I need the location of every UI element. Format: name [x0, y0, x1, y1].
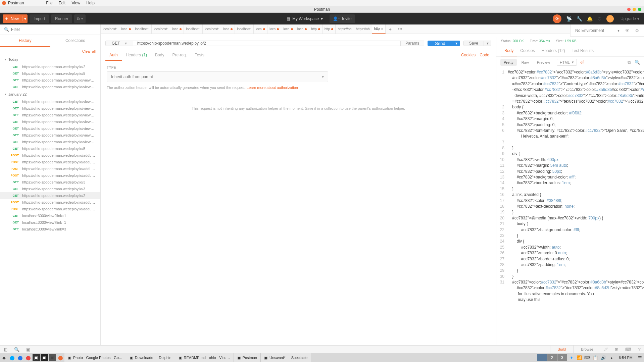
history-item[interactable]: POSThttps://ohio-spooderman.wedeploy.io/…	[0, 199, 100, 206]
help-icon[interactable]: ?	[635, 347, 644, 352]
window-button[interactable]: ⧉ ▾	[74, 14, 85, 23]
request-tab[interactable]: http	[309, 24, 323, 34]
taskbar-window[interactable]: ▣Unsaved* — Spectacle	[261, 353, 311, 362]
chevron-down-icon[interactable]: ▾	[22, 16, 28, 21]
history-item[interactable]: POSThttps://ohio-spooderman.wedeploy.io/…	[0, 159, 100, 165]
tab-collections[interactable]: Collections	[50, 35, 101, 47]
taskbar-app-icon[interactable]: ▣	[41, 354, 48, 361]
telegram-icon[interactable]: ✈	[567, 354, 575, 361]
tab-auth[interactable]: Auth	[105, 50, 122, 61]
request-tab[interactable]: loca	[281, 24, 295, 34]
request-tab[interactable]: localhost:	[101, 24, 119, 34]
taskbar-app-icon[interactable]: ▣	[33, 354, 40, 361]
import-button[interactable]: Import	[30, 14, 49, 23]
runner-button[interactable]: Runner	[51, 14, 72, 23]
taskbar-app-icon[interactable]: ⬤	[8, 354, 16, 361]
history-item[interactable]: POSThttps://ohio-spooderman.wedeploy.io/…	[0, 172, 100, 179]
bell-icon[interactable]: 🔔	[587, 16, 593, 21]
history-item[interactable]: GEThttps://ohio-spooderman.wedeploy.io/5	[0, 70, 100, 77]
menu-edit[interactable]: Edit	[59, 1, 66, 5]
clear-all-link[interactable]: Clear all	[0, 47, 100, 55]
history-item[interactable]: GEThttps://ohio-spooderman.wedeploy.io/2	[0, 192, 100, 199]
resp-tab-body[interactable]: Body	[501, 46, 517, 56]
history-item[interactable]: GEThttps://ohio-spooderman.wedeploy.io/v…	[0, 132, 100, 139]
taskbar-window[interactable]: ▣README.md - ohio - Visu…	[175, 353, 234, 362]
format-selector[interactable]: HTML ▾	[557, 59, 577, 66]
send-button[interactable]: Send	[428, 41, 452, 46]
add-tab-button[interactable]: +	[386, 24, 395, 34]
satellite-icon[interactable]: 📡	[566, 16, 572, 21]
request-tab[interactable]: https://oh	[336, 24, 354, 34]
history-item[interactable]: GEThttps://ohio-spooderman.wedeploy.io/v…	[0, 112, 100, 118]
eye-icon[interactable]: 👁	[624, 28, 631, 33]
auth-learn-more-link[interactable]: Learn more about authorization	[247, 86, 298, 90]
raw-button[interactable]: Raw	[518, 59, 532, 66]
request-tab[interactable]: loca	[254, 24, 267, 34]
save-dropdown[interactable]: ▾	[484, 41, 491, 46]
clipboard-icon[interactable]: 📋	[592, 354, 599, 361]
request-tab[interactable]: loca	[221, 24, 235, 34]
history-item[interactable]: GEThttps://ohio-spooderman.wedeploy.io/v…	[0, 77, 100, 84]
invite-button[interactable]: 👤⁺ Invite	[330, 14, 355, 23]
clock[interactable]: 6:54 PM	[615, 356, 636, 360]
gear-icon[interactable]: ⚙	[634, 28, 641, 33]
tab-headers[interactable]: Headers (1)	[122, 50, 151, 61]
history-item[interactable]: GEThttps://ohio-spooderman.wedeploy.io/v…	[0, 125, 100, 132]
new-button[interactable]: ＋ New ▾	[3, 14, 28, 23]
history-item[interactable]: GEThttps://ohio-spooderman.wedeploy.io/v…	[0, 139, 100, 145]
layout-icon[interactable]: ⊞	[611, 347, 622, 352]
cookies-link[interactable]: Cookies	[459, 50, 478, 61]
tab-history[interactable]: History	[0, 35, 50, 47]
tab-tests[interactable]: Tests	[191, 50, 208, 61]
request-tab[interactable]: http×	[372, 24, 386, 34]
filter-input[interactable]	[11, 27, 96, 32]
desktop-2[interactable]: 2	[547, 354, 557, 361]
notifications-icon[interactable]: ☰	[636, 354, 644, 361]
send-dropdown[interactable]: ▾	[453, 41, 460, 46]
taskbar-app-icon[interactable]: ⬤	[24, 354, 32, 361]
minimize-icon[interactable]	[633, 8, 636, 11]
history-item[interactable]: GETlocalhost:3000/view?link=1	[0, 212, 100, 219]
request-tab[interactable]: loca	[119, 24, 133, 34]
workspace-selector[interactable]: ▦ My Workspace ▾	[283, 14, 326, 23]
method-selector[interactable]: GET ▾	[105, 41, 133, 46]
copy-icon[interactable]: ⧉	[628, 60, 631, 65]
menu-view[interactable]: View	[71, 1, 80, 5]
wifi-icon[interactable]: 📶	[576, 354, 583, 361]
save-button[interactable]: Save	[463, 41, 484, 46]
request-tab[interactable]: localhost:	[133, 24, 152, 34]
taskbar-app-icon[interactable]: ⬤	[16, 354, 24, 361]
request-tab[interactable]: localhost:	[203, 24, 221, 34]
history-group[interactable]: January 22	[0, 90, 100, 98]
request-tab[interactable]: loca	[295, 24, 309, 34]
browse-button[interactable]: Browse	[573, 346, 601, 353]
sidebar-toggle-icon[interactable]: ◧	[0, 347, 11, 352]
history-item[interactable]: GEThttps://ohio-spooderman.wedeploy.io/5	[0, 145, 100, 152]
response-body[interactable]: 1#cc7832">color:#cc7832">"#cc7832">color…	[496, 68, 644, 345]
resp-tab-tests[interactable]: Test Results	[568, 46, 597, 56]
taskbar-window[interactable]: ▣Postman	[234, 353, 261, 362]
pretty-button[interactable]: Pretty	[500, 59, 517, 66]
history-item[interactable]: GEThttps://ohio-spooderman.wedeploy.io/v…	[0, 105, 100, 112]
avatar[interactable]	[606, 15, 614, 22]
history-item[interactable]: GETlocalhost:3000/view?link=1	[0, 219, 100, 226]
console-icon[interactable]: ▣	[23, 347, 34, 352]
history-item[interactable]: GEThttps://ohio-spooderman.wedeploy.io/2	[0, 63, 100, 70]
volume-icon[interactable]: 🔊	[600, 354, 607, 361]
wrap-icon[interactable]: ⏎	[580, 60, 584, 65]
params-button[interactable]: Params	[401, 41, 424, 46]
taskbar-window[interactable]: ▣Photo - Google Photos - Go…	[64, 353, 126, 362]
request-tab[interactable]: localhost:	[152, 24, 170, 34]
maximize-icon[interactable]	[638, 8, 641, 11]
sync-icon[interactable]: ⟳	[553, 14, 561, 23]
environment-selector[interactable]: No Environment ▾	[574, 28, 621, 33]
request-tab[interactable]: loca	[170, 24, 184, 34]
desktop-switcher[interactable]	[537, 354, 547, 361]
close-icon[interactable]	[627, 8, 631, 11]
build-button[interactable]: Build	[550, 346, 573, 353]
search-icon[interactable]: 🔍	[635, 60, 640, 65]
request-tab[interactable]: http	[323, 24, 336, 34]
tab-body[interactable]: Body	[151, 50, 168, 61]
url-input[interactable]: https://ohio-spooderman.wedeploy.io/2	[133, 41, 401, 46]
keyboard-icon[interactable]: ⌨	[584, 354, 591, 361]
